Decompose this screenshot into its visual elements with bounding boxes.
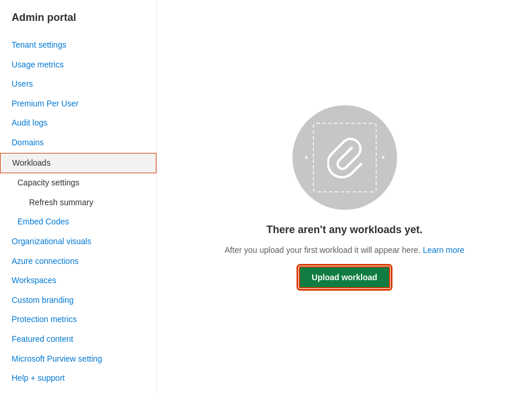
sidebar-item-protection-metrics[interactable]: Protection metrics — [0, 310, 156, 330]
sidebar-item-refresh-summary[interactable]: Refresh summary — [0, 193, 156, 213]
sidebar-item-azure-connections[interactable]: Azure connections — [0, 252, 156, 271]
dashed-box — [313, 123, 377, 192]
sidebar-item-tenant-settings[interactable]: Tenant settings — [0, 35, 156, 55]
sidebar-item-featured-content[interactable]: Featured content — [0, 330, 156, 349]
empty-state: There aren't any workloads yet. After yo… — [224, 105, 464, 288]
sidebar-item-usage-metrics[interactable]: Usage metrics — [0, 55, 156, 75]
sidebar-item-workloads[interactable]: Workloads — [0, 153, 156, 174]
learn-more-link[interactable]: Learn more — [423, 245, 465, 255]
sidebar: Admin portal Tenant settingsUsage metric… — [0, 0, 157, 393]
sidebar-item-audit-logs[interactable]: Audit logs — [0, 113, 156, 133]
empty-title: There aren't any workloads yet. — [266, 224, 422, 236]
sidebar-item-custom-branding[interactable]: Custom branding — [0, 291, 156, 310]
sidebar-item-premium-per-user[interactable]: Premium Per User — [0, 94, 156, 114]
sidebar-item-domains[interactable]: Domains — [0, 133, 156, 153]
sidebar-item-organizational-visuals[interactable]: Organizational visuals — [0, 232, 156, 252]
sidebar-item-users[interactable]: Users — [0, 74, 156, 94]
sidebar-item-data-policies[interactable]: Data Policies — [0, 388, 156, 393]
upload-workload-button[interactable]: Upload workload — [299, 266, 390, 288]
sidebar-item-microsoft-purview[interactable]: Microsoft Purview setting — [0, 349, 156, 369]
sidebar-item-embed-codes[interactable]: Embed Codes — [0, 212, 156, 232]
main-content: There aren't any workloads yet. After yo… — [157, 0, 532, 393]
sidebar-item-help-support[interactable]: Help + support — [0, 369, 156, 388]
empty-icon-circle — [292, 105, 397, 210]
sidebar-item-workspaces[interactable]: Workspaces — [0, 271, 156, 291]
paperclip-icon — [327, 131, 362, 184]
sidebar-item-capacity-settings[interactable]: Capacity settings — [0, 173, 156, 193]
app-title: Admin portal — [0, 12, 156, 35]
empty-desc: After you upload your first workload it … — [224, 245, 464, 255]
